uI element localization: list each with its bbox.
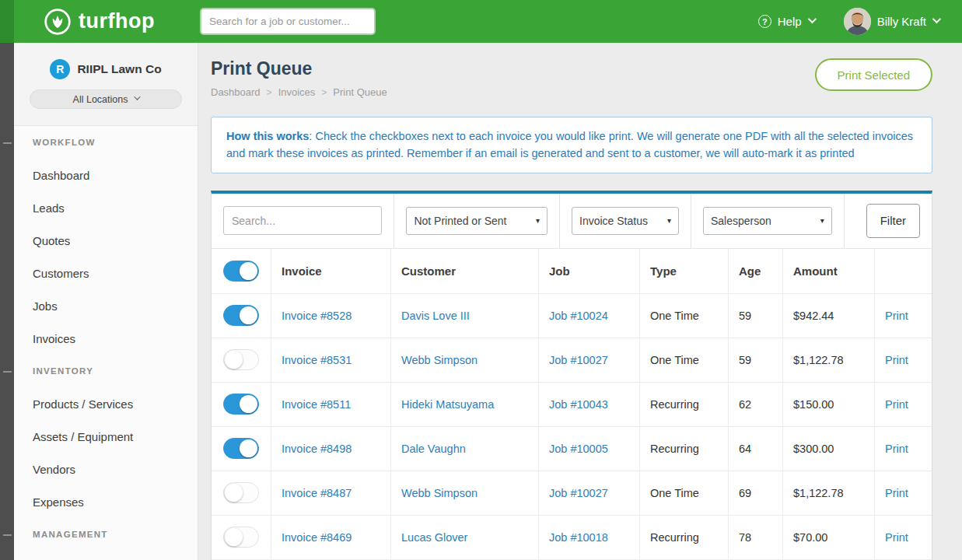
company: R RIIPL Lawn Co xyxy=(14,43,198,79)
column-header-invoice: Invoice xyxy=(271,249,391,293)
select-invoice-toggle[interactable] xyxy=(223,349,259,370)
chevron-down-icon xyxy=(807,15,816,23)
invoice-link[interactable]: Invoice #8528 xyxy=(282,310,352,322)
select-invoice-toggle[interactable] xyxy=(223,482,259,503)
print-link[interactable]: Print xyxy=(885,398,908,411)
select-all-toggle[interactable] xyxy=(223,261,259,282)
job-link[interactable]: Job #10005 xyxy=(549,443,608,455)
location-selector[interactable]: All Locations xyxy=(30,89,182,109)
help-menu[interactable]: ? Help xyxy=(758,15,814,28)
print-link[interactable]: Print xyxy=(885,310,908,322)
nav-section-management: MANAGEMENT xyxy=(14,518,198,551)
sidebar-nav: WORKFLOW Dashboard Leads Quotes Customer… xyxy=(14,126,198,560)
select-invoice-toggle[interactable] xyxy=(223,527,259,548)
invoice-type: Recurring xyxy=(640,516,729,559)
select-all-cell xyxy=(212,249,271,293)
breadcrumb-invoices[interactable]: Invoices xyxy=(278,86,316,98)
sidebar-item-assets-equipment[interactable]: Assets / Equipment xyxy=(14,420,198,453)
select-invoice-toggle[interactable] xyxy=(223,438,259,459)
table-row: Invoice #8511 Hideki Matsuyama Job #1004… xyxy=(212,383,932,427)
job-link[interactable]: Job #10018 xyxy=(549,531,608,544)
table-header-row: Invoice Customer Job Type Age Amount xyxy=(212,249,932,294)
sidebar-item-vendors[interactable]: Vendors xyxy=(14,453,198,485)
invoice-link[interactable]: Invoice #8487 xyxy=(282,487,352,499)
chevron-down-icon xyxy=(932,15,941,23)
invoice-link[interactable]: Invoice #8511 xyxy=(282,398,351,411)
invoice-link[interactable]: Invoice #8469 xyxy=(282,531,352,544)
customer-link[interactable]: Dale Vaughn xyxy=(401,443,466,455)
breadcrumb-separator-icon: > xyxy=(321,87,327,98)
sidebar-company-block: R RIIPL Lawn Co All Locations xyxy=(14,43,198,126)
nav-section-inventory: INVENTORY xyxy=(14,355,198,387)
filter-printed-group: Not Printed or Sent ▾ xyxy=(394,194,560,248)
print-link[interactable]: Print xyxy=(885,443,908,455)
table-row: Invoice #8487 Webb Simpson Job #10027 On… xyxy=(212,471,932,516)
invoice-age: 78 xyxy=(729,516,783,559)
table-row: Invoice #8531 Webb Simpson Job #10027 On… xyxy=(212,338,932,383)
topbar-right: ? Help Billy Kraft xyxy=(758,8,962,35)
breadcrumb-dashboard[interactable]: Dashboard xyxy=(211,86,261,98)
print-link[interactable]: Print xyxy=(885,487,908,499)
invoice-link[interactable]: Invoice #8531 xyxy=(282,354,352,366)
main-content: Print Queue Dashboard > Invoices > Print… xyxy=(198,43,962,560)
customer-link[interactable]: Hideki Matsuyama xyxy=(401,398,494,411)
table-row: Invoice #8469 Lucas Glover Job #10018 Re… xyxy=(212,516,932,560)
filter-button[interactable]: Filter xyxy=(866,204,920,238)
filter-salesperson-group: Salesperson ▾ xyxy=(691,194,845,248)
sidebar-item-products-services[interactable]: Products / Services xyxy=(14,387,198,420)
invoice-type: One Time xyxy=(640,338,729,382)
avatar xyxy=(844,8,871,35)
sidebar-item-customers[interactable]: Customers xyxy=(14,257,198,289)
sidebar-item-expenses[interactable]: Expenses xyxy=(14,485,198,518)
sidebar: R RIIPL Lawn Co All Locations WORKFLOW D… xyxy=(14,43,198,560)
location-selector-label: All Locations xyxy=(73,94,128,105)
select-invoice-toggle[interactable] xyxy=(223,394,259,415)
printed-filter-value: Not Printed or Sent xyxy=(414,215,506,227)
sidebar-item-quotes[interactable]: Quotes xyxy=(14,224,198,257)
table-row: Invoice #8528 Davis Love III Job #10024 … xyxy=(212,294,932,338)
filter-row: Not Printed or Sent ▾ Invoice Status ▾ S… xyxy=(212,194,932,249)
customer-link[interactable]: Davis Love III xyxy=(401,310,470,322)
brand-name: turfhop xyxy=(79,9,155,33)
dropdown-arrow-icon: ▾ xyxy=(820,216,824,225)
customer-link[interactable]: Webb Simpson xyxy=(401,487,478,499)
invoice-amount: $942.44 xyxy=(783,294,875,338)
print-link[interactable]: Print xyxy=(885,531,908,544)
turfhop-logo-icon xyxy=(44,8,72,36)
sidebar-item-jobs[interactable]: Jobs xyxy=(14,289,198,322)
column-header-amount: Amount xyxy=(783,249,875,293)
invoice-link[interactable]: Invoice #8498 xyxy=(282,443,352,455)
user-menu[interactable]: Billy Kraft xyxy=(844,8,939,35)
select-cell xyxy=(212,516,271,559)
sidebar-item-dashboard[interactable]: Dashboard xyxy=(14,159,198,191)
job-link[interactable]: Job #10043 xyxy=(549,398,608,411)
customer-link[interactable]: Webb Simpson xyxy=(401,354,478,366)
nav-section-reports: REPORTS xyxy=(14,551,198,560)
filter-search-group xyxy=(212,194,394,248)
customer-link[interactable]: Lucas Glover xyxy=(401,531,467,544)
salesperson-select[interactable]: Salesperson ▾ xyxy=(703,207,832,235)
invoice-status-select[interactable]: Invoice Status ▾ xyxy=(572,207,679,235)
nav-section-workflow: WORKFLOW xyxy=(14,126,198,159)
table-search-input[interactable] xyxy=(223,206,382,235)
invoice-age: 62 xyxy=(729,383,783,426)
sidebar-item-invoices[interactable]: Invoices xyxy=(14,322,198,355)
select-invoice-toggle[interactable] xyxy=(223,305,259,326)
invoice-age: 59 xyxy=(729,294,783,338)
sidebar-item-leads[interactable]: Leads xyxy=(14,191,198,224)
job-link[interactable]: Job #10027 xyxy=(549,487,608,499)
toggle-knob xyxy=(240,306,257,324)
printed-filter-select[interactable]: Not Printed or Sent ▾ xyxy=(406,207,547,235)
print-selected-button[interactable]: Print Selected xyxy=(815,58,932,91)
help-icon: ? xyxy=(758,15,771,28)
job-link[interactable]: Job #10027 xyxy=(549,354,608,366)
print-link[interactable]: Print xyxy=(885,354,908,366)
topbar: turfhop ? Help Billy Kraft xyxy=(0,0,962,43)
invoice-status-value: Invoice Status xyxy=(579,215,648,227)
invoice-amount: $1,122.78 xyxy=(783,338,875,382)
invoice-age: 64 xyxy=(729,427,783,471)
global-search-input[interactable] xyxy=(201,9,374,33)
invoice-age: 59 xyxy=(729,338,783,382)
job-link[interactable]: Job #10024 xyxy=(549,310,608,322)
breadcrumb-print-queue: Print Queue xyxy=(333,86,387,98)
